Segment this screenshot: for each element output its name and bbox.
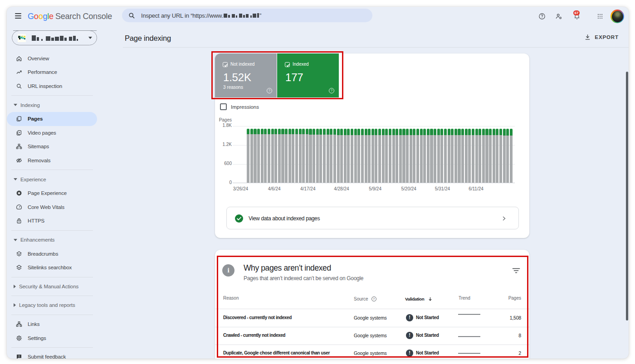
avatar[interactable] — [611, 10, 624, 23]
chart-bar[interactable] — [365, 129, 367, 182]
sidebar-item-url-inspection[interactable]: URL inspection — [7, 79, 109, 93]
property-selector[interactable] — [12, 30, 97, 45]
column-header-pages[interactable]: Pages — [485, 296, 521, 302]
chart-bar[interactable] — [313, 129, 315, 182]
sidebar-item-sitemaps[interactable]: Sitemaps — [7, 140, 109, 154]
apps-grid-icon[interactable] — [597, 13, 603, 19]
chart-bar[interactable] — [247, 129, 249, 182]
sidebar-section-security-manual-actions[interactable]: Security & Manual Actions — [7, 280, 109, 294]
chart-bar[interactable] — [444, 129, 447, 182]
chart-bar[interactable] — [354, 129, 357, 182]
chart-bar[interactable] — [288, 129, 291, 182]
chart-bar[interactable] — [392, 129, 395, 182]
chart-bar[interactable] — [479, 129, 481, 182]
chart-bar[interactable] — [371, 129, 374, 182]
chart-bar[interactable] — [330, 129, 332, 182]
sidebar-item-submit-feedback[interactable]: Submit feedback — [7, 350, 109, 359]
column-header-source[interactable]: Source? — [354, 296, 376, 302]
summary-box-not-indexed[interactable]: Not indexed 1.52K 3 reasons ? — [215, 53, 277, 97]
chart-bar[interactable] — [250, 129, 253, 182]
chart-bar[interactable] — [437, 129, 440, 182]
chart-bar[interactable] — [475, 129, 478, 182]
chart-bar[interactable] — [489, 129, 492, 182]
chart-bar[interactable] — [323, 129, 326, 182]
help-circle-icon[interactable]: ? — [329, 88, 334, 93]
menu-icon[interactable] — [15, 13, 21, 19]
filter-icon[interactable] — [512, 267, 520, 275]
sidebar-item-breadcrumbs[interactable]: Breadcrumbs — [7, 247, 109, 261]
chart-bar[interactable] — [316, 129, 319, 182]
cell-reason[interactable]: Discovered - currently not indexed — [223, 315, 292, 320]
chart-bar[interactable] — [257, 129, 260, 182]
table-row[interactable]: Duplicate, Google chose different canoni… — [215, 345, 529, 359]
chart-bar[interactable] — [499, 129, 502, 182]
chart-bar[interactable] — [472, 129, 474, 182]
sidebar-section-legacy-tools-and-reports[interactable]: Legacy tools and reports — [7, 298, 109, 312]
chart-bar[interactable] — [274, 129, 277, 182]
chart-bar[interactable] — [309, 129, 312, 182]
column-header-validation[interactable]: Validation — [405, 296, 433, 302]
export-button[interactable]: EXPORT — [584, 34, 619, 40]
chart-bar[interactable] — [399, 129, 402, 182]
chart-bar[interactable] — [461, 129, 464, 182]
chart-bar[interactable] — [378, 129, 381, 182]
chart-bar[interactable] — [278, 129, 281, 182]
chart-bar[interactable] — [351, 129, 353, 182]
chart-bar[interactable] — [327, 129, 329, 182]
chart-bar[interactable] — [451, 129, 454, 182]
sidebar-section-enhancements[interactable]: Enhancements — [7, 233, 109, 247]
chart-bar[interactable] — [344, 129, 347, 182]
sidebar-item-video-pages[interactable]: Video pages — [7, 126, 109, 140]
chart-bar[interactable] — [406, 129, 409, 182]
app-logo[interactable]: GoogleSearch Console — [28, 11, 112, 21]
chart-bar[interactable] — [482, 129, 485, 182]
chart-bar[interactable] — [396, 129, 398, 182]
checked-checkbox-icon[interactable] — [285, 62, 290, 67]
sidebar-item-performance[interactable]: Performance — [7, 65, 109, 79]
chart-bar[interactable] — [468, 129, 471, 182]
chart-bar[interactable] — [506, 129, 509, 182]
column-header-reason[interactable]: Reason — [223, 296, 239, 302]
cell-reason[interactable]: Duplicate, Google chose different canoni… — [223, 350, 330, 355]
sidebar-item-page-experience[interactable]: Page Experience — [7, 186, 109, 200]
chart-bar[interactable] — [268, 129, 270, 182]
impressions-checkbox[interactable] — [220, 103, 227, 110]
chart-bar[interactable] — [302, 129, 305, 182]
checked-checkbox-icon[interactable] — [223, 62, 228, 67]
chart-bar[interactable] — [368, 129, 371, 182]
chart-bar[interactable] — [333, 129, 336, 182]
chart-bar[interactable] — [281, 129, 284, 182]
help-icon[interactable] — [538, 13, 546, 20]
sidebar-item-links[interactable]: Links — [7, 317, 109, 331]
chart-bar[interactable] — [337, 129, 340, 182]
sidebar-item-sitelinks-searchbox[interactable]: Sitelinks searchbox — [7, 261, 109, 275]
chart-bar[interactable] — [347, 129, 350, 182]
chart-bar[interactable] — [423, 129, 426, 182]
chart-bar[interactable] — [493, 129, 495, 182]
chart-bar[interactable] — [382, 129, 385, 182]
chart-bar[interactable] — [413, 129, 415, 182]
chart-bar[interactable] — [357, 129, 360, 182]
chart-bar[interactable] — [420, 129, 423, 182]
chart-bar[interactable] — [299, 129, 302, 182]
chart-bar[interactable] — [427, 129, 430, 182]
impressions-toggle[interactable]: Impressions — [220, 103, 259, 110]
vertical-scrollbar-thumb[interactable] — [626, 72, 628, 320]
column-header-trend[interactable]: Trend — [459, 296, 470, 302]
chart-bar[interactable] — [434, 129, 436, 182]
chart-bar[interactable] — [385, 129, 388, 182]
chart-bar[interactable] — [319, 129, 322, 182]
chart-bar[interactable] — [264, 129, 267, 182]
chart-bar[interactable] — [465, 129, 468, 182]
chart-bar[interactable] — [295, 129, 298, 182]
chart-bar[interactable] — [292, 129, 294, 182]
sidebar-section-indexing[interactable]: Indexing — [7, 98, 109, 112]
chart-bar[interactable] — [361, 129, 364, 182]
chart-bar[interactable] — [416, 129, 419, 182]
sidebar-item-pages[interactable]: Pages — [7, 112, 97, 126]
chart-bar[interactable] — [458, 129, 460, 182]
chart-bar[interactable] — [440, 129, 443, 182]
url-inspection-searchbox[interactable]: Inspect any URL in “https://www.” — [122, 9, 372, 22]
chart-bar[interactable] — [510, 129, 513, 182]
chart-bar[interactable] — [402, 129, 405, 182]
